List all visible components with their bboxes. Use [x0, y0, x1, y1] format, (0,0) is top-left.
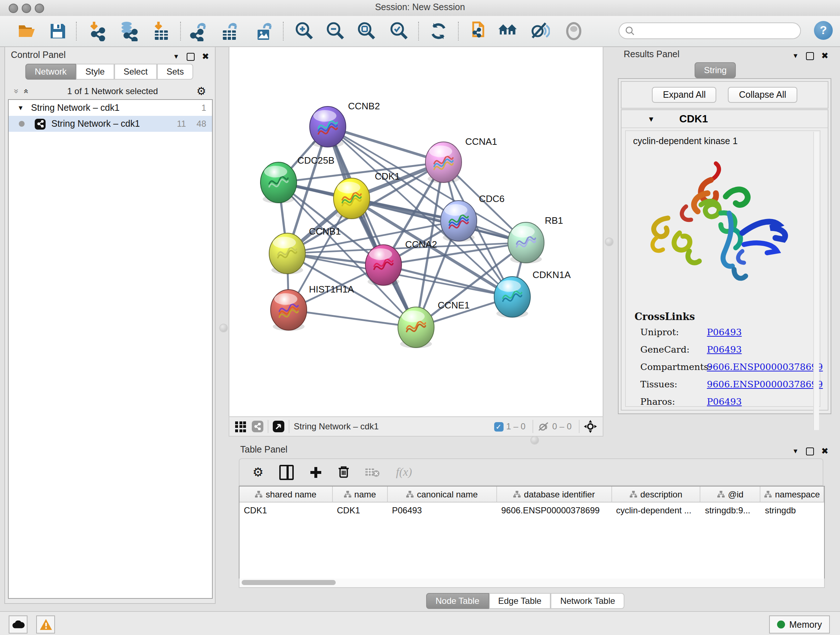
zoom-fit-icon[interactable]	[356, 21, 376, 41]
selected-checkbox-icon[interactable]: ✓	[494, 422, 503, 431]
tab-select[interactable]: Select	[114, 64, 157, 80]
panel-collapse-icon[interactable]: ▼	[792, 52, 799, 59]
panel-float-icon[interactable]	[806, 447, 814, 455]
tab-style[interactable]: Style	[76, 64, 114, 80]
memory-button[interactable]: Memory	[769, 616, 830, 633]
results-scrollbar[interactable]	[813, 132, 819, 430]
clone-network-icon[interactable]	[467, 21, 488, 41]
tab-edge-table[interactable]: Edge Table	[489, 593, 551, 609]
window-title: Session: New Session	[0, 2, 840, 12]
refresh-icon[interactable]	[428, 21, 448, 41]
table-cell[interactable]: stringdb	[760, 502, 824, 518]
search-input[interactable]	[638, 26, 800, 36]
table-cell[interactable]: P06493	[387, 502, 497, 518]
network-node-ccne1[interactable]: CCNE1	[398, 300, 470, 348]
column-header-shared-name[interactable]: shared name	[240, 486, 332, 502]
crosslink-link[interactable]: 9606.ENSP00000378699	[707, 379, 823, 390]
gear-icon[interactable]: ⚙	[196, 85, 206, 98]
import-network-file-icon[interactable]	[88, 21, 109, 41]
cloud-button[interactable]	[9, 616, 27, 633]
export-image-icon[interactable]	[254, 21, 274, 41]
column-header-namespace[interactable]: namespace	[761, 486, 824, 502]
network-node-ccna1[interactable]: CCNA1	[425, 136, 497, 183]
column-header-database-identifier[interactable]: database identifier	[497, 486, 612, 502]
home-icon[interactable]	[498, 21, 518, 41]
hidden-node-edge-counts: 0 – 0	[553, 421, 572, 432]
zoom-out-icon[interactable]	[325, 21, 345, 41]
import-network-database-icon[interactable]	[118, 21, 139, 41]
network-node-cdkn1a[interactable]: CDKN1A	[494, 269, 571, 318]
column-header-description[interactable]: description	[612, 486, 701, 502]
table-cell[interactable]: CDK1	[240, 502, 332, 518]
tab-network-table[interactable]: Network Table	[551, 593, 625, 609]
help-icon[interactable]: ?	[814, 21, 833, 40]
collapse-all-icon[interactable]: »	[11, 89, 21, 94]
crosslink-link[interactable]: P06493	[707, 396, 742, 407]
results-panel: Results Panel ▼ ✖ String Expand All Coll…	[615, 46, 834, 416]
table-horizontal-scrollbar[interactable]	[239, 578, 825, 588]
export-network-icon[interactable]	[189, 21, 210, 41]
hidden-eye-icon[interactable]	[538, 421, 549, 432]
table-settings-gear-icon[interactable]: ⚙	[253, 465, 264, 479]
network-view-canvas[interactable]: CCNB2CCNA1CDC25BCDK1CDC6RB1CCNB1CCNA2CDK…	[229, 46, 603, 417]
fit-content-crosshair-icon[interactable]	[584, 420, 597, 433]
network-node-hist1h1a[interactable]: HIST1H1A	[271, 284, 354, 331]
grid-view-icon[interactable]	[235, 421, 246, 432]
panel-float-icon[interactable]	[806, 52, 814, 60]
column-header-canonical-name[interactable]: canonical name	[387, 486, 497, 502]
delete-column-trash-icon[interactable]	[338, 466, 350, 478]
search-icon	[625, 26, 635, 35]
node-label-ccne1: CCNE1	[438, 300, 470, 310]
network-view-toolbar: String Network – cdk1 ✓ 1 – 0 0 – 0	[229, 416, 603, 437]
tree-row-network[interactable]: String Network – cdk1 11 48	[9, 116, 212, 132]
add-column-icon[interactable]	[310, 466, 322, 478]
crosslink-link[interactable]: P06493	[707, 344, 742, 355]
zoom-in-icon[interactable]	[294, 21, 314, 41]
tree-expand-icon[interactable]: ▼	[17, 104, 24, 111]
open-session-icon[interactable]	[17, 21, 37, 41]
column-header-name[interactable]: name	[332, 486, 387, 502]
tree-row-collection[interactable]: ▼ String Network – cdk1 1	[9, 100, 212, 116]
gene-description: cyclin-dependent kinase 1	[626, 131, 820, 146]
gene-section-header[interactable]: ▼ CDK1	[622, 110, 828, 128]
tab-sets[interactable]: Sets	[157, 64, 193, 80]
panel-float-icon[interactable]	[187, 52, 195, 60]
right-splitter-handle[interactable]	[605, 238, 614, 246]
panel-collapse-icon[interactable]: ▼	[173, 53, 180, 60]
show-columns-icon[interactable]	[279, 464, 294, 480]
crosslink-link[interactable]: 9606.ENSP00000378699	[707, 361, 823, 372]
tab-node-table[interactable]: Node Table	[426, 593, 489, 609]
column-header--id[interactable]: @id	[701, 486, 761, 502]
export-table-icon[interactable]	[220, 21, 240, 41]
collapse-all-button[interactable]: Collapse All	[728, 87, 797, 103]
tab-network[interactable]: Network	[25, 64, 76, 80]
zoom-selected-icon[interactable]	[388, 21, 409, 41]
table-cell[interactable]: CDK1	[332, 502, 387, 518]
node-table[interactable]: shared namenamecanonical namedatabase id…	[239, 486, 825, 580]
panel-collapse-icon[interactable]: ▼	[792, 448, 799, 455]
import-table-icon[interactable]	[152, 21, 172, 41]
network-node-rb1[interactable]: RB1	[508, 215, 563, 264]
search-box[interactable]	[619, 22, 801, 39]
panel-close-icon[interactable]: ✖	[821, 448, 829, 455]
section-collapse-icon[interactable]: ▼	[647, 115, 655, 123]
tab-string[interactable]: String	[695, 62, 736, 78]
network-node-ccnb1[interactable]: CCNB1	[269, 226, 341, 274]
table-cell[interactable]: 9606.ENSP00000378699	[497, 502, 612, 518]
table-cell[interactable]: stringdb:9...	[701, 502, 761, 518]
expand-all-icon[interactable]: »	[21, 89, 31, 94]
expand-all-button[interactable]: Expand All	[652, 87, 717, 103]
network-type-badge-icon[interactable]	[252, 421, 264, 432]
open-in-window-icon[interactable]	[273, 421, 284, 432]
table-cell[interactable]: cyclin-dependent ...	[612, 502, 701, 518]
network-selected-status: 1 of 1 Network selected	[28, 86, 196, 96]
hide-glasses-icon[interactable]	[530, 21, 550, 41]
save-session-icon[interactable]	[48, 21, 68, 41]
panel-close-icon[interactable]: ✖	[202, 53, 209, 60]
panel-close-icon[interactable]: ✖	[821, 52, 829, 59]
table-row[interactable]: CDK1CDK1P064939606.ENSP00000378699cyclin…	[240, 502, 824, 518]
crosslink-link[interactable]: P06493	[707, 326, 742, 337]
left-splitter-handle[interactable]	[219, 324, 228, 333]
warning-button[interactable]	[36, 616, 55, 633]
eye-disabled-icon	[564, 21, 584, 41]
